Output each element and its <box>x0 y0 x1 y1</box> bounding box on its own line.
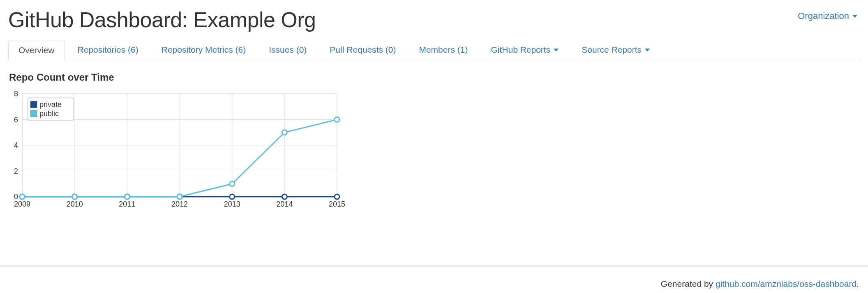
divider-shadow <box>0 265 868 268</box>
svg-point-29 <box>230 194 235 199</box>
repo-count-chart: 024682009201020112012201320142015private… <box>8 90 345 213</box>
svg-text:4: 4 <box>14 141 18 149</box>
svg-point-35 <box>177 194 182 199</box>
tab-label: Pull Requests (0) <box>330 45 396 55</box>
svg-text:2015: 2015 <box>329 200 345 208</box>
footer-suffix: . <box>856 279 859 288</box>
footer-prefix: Generated by <box>661 279 716 288</box>
tab-repositories-6[interactable]: Repositories (6) <box>67 40 149 60</box>
svg-text:2009: 2009 <box>14 200 30 208</box>
svg-point-32 <box>20 194 25 199</box>
tab-overview[interactable]: Overview <box>8 40 65 60</box>
svg-text:2012: 2012 <box>171 200 188 208</box>
page-title: GitHub Dashboard: Example Org <box>8 7 316 32</box>
tab-issues-0[interactable]: Issues (0) <box>259 40 317 60</box>
tab-label: Repository Metrics (6) <box>162 45 246 55</box>
tab-label: Issues (0) <box>269 45 307 55</box>
svg-text:private: private <box>39 100 62 109</box>
svg-point-33 <box>72 194 77 199</box>
footer: Generated by github.com/amznlabs/oss-das… <box>661 279 859 289</box>
caret-down-icon <box>852 15 857 18</box>
tab-bar: OverviewRepositories (6)Repository Metri… <box>8 40 860 60</box>
svg-text:2: 2 <box>14 167 18 175</box>
caret-down-icon <box>645 49 650 51</box>
tab-label: Source Reports <box>582 45 642 55</box>
svg-point-31 <box>335 194 339 199</box>
svg-point-30 <box>282 194 287 199</box>
svg-point-38 <box>335 117 339 122</box>
svg-text:0: 0 <box>14 193 18 201</box>
svg-point-37 <box>282 130 287 135</box>
svg-text:2010: 2010 <box>67 200 83 208</box>
tab-source-reports[interactable]: Source Reports <box>571 40 660 60</box>
organization-dropdown[interactable]: Organization <box>798 5 860 21</box>
svg-text:6: 6 <box>14 116 18 124</box>
tab-pull-requests-0[interactable]: Pull Requests (0) <box>319 40 406 60</box>
tab-github-reports[interactable]: GitHub Reports <box>480 40 569 60</box>
svg-point-36 <box>230 181 235 186</box>
chart-section-title: Repo Count over Time <box>9 72 860 83</box>
svg-point-34 <box>125 194 129 199</box>
svg-text:public: public <box>39 109 59 118</box>
svg-text:8: 8 <box>14 90 18 98</box>
svg-rect-40 <box>30 101 37 108</box>
tab-label: Members (1) <box>419 45 468 55</box>
tab-label: GitHub Reports <box>491 45 550 55</box>
tab-members-1[interactable]: Members (1) <box>409 40 478 60</box>
svg-text:2013: 2013 <box>224 200 240 208</box>
svg-rect-42 <box>30 110 37 117</box>
svg-text:2011: 2011 <box>119 200 135 208</box>
footer-link[interactable]: github.com/amznlabs/oss-dashboard <box>716 279 856 288</box>
tab-repository-metrics-6[interactable]: Repository Metrics (6) <box>151 40 256 60</box>
caret-down-icon <box>554 49 559 51</box>
tab-label: Overview <box>18 45 55 55</box>
organization-dropdown-label: Organization <box>798 11 849 21</box>
tab-label: Repositories (6) <box>78 45 139 55</box>
svg-text:2014: 2014 <box>276 200 293 208</box>
